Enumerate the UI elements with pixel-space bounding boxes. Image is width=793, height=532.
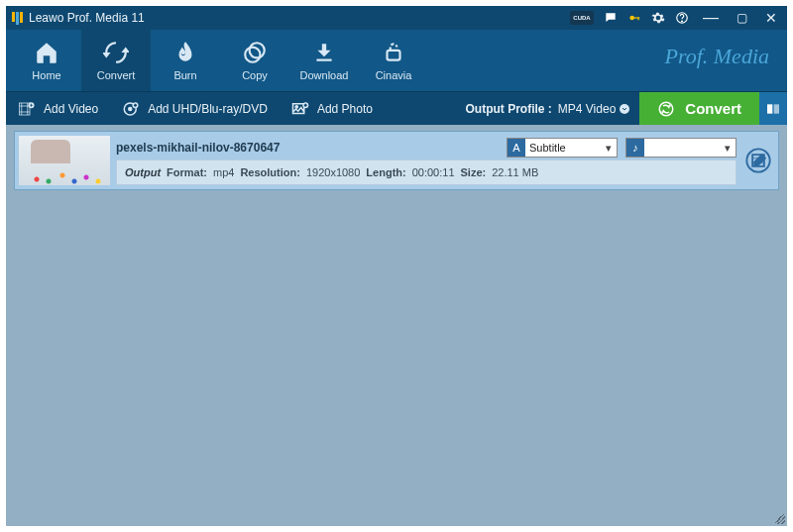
filename-label: pexels-mikhail-nilov-8670647 — [116, 141, 499, 155]
tab-burn[interactable]: Burn — [151, 30, 220, 91]
svg-rect-18 — [767, 104, 772, 113]
add-disc-button[interactable]: Add UHD/Blu-ray/DVD — [110, 92, 280, 125]
svg-rect-8 — [20, 103, 31, 115]
media-item[interactable]: pexels-mikhail-nilov-8670647 A Subtitle … — [14, 131, 779, 190]
tab-convert-label: Convert — [97, 69, 136, 81]
convert-button-label: Convert — [685, 100, 741, 117]
maximize-button[interactable]: ▢ — [733, 11, 751, 25]
help-icon[interactable] — [675, 11, 689, 25]
subtitle-value: Subtitle — [525, 142, 601, 154]
action-bar: Add Video Add UHD/Blu-ray/DVD Add Photo … — [6, 91, 787, 125]
photo-plus-icon — [291, 100, 309, 118]
resolution-label: Resolution: — [240, 166, 300, 178]
add-photo-label: Add Photo — [317, 102, 373, 116]
cuda-badge[interactable]: CUDA — [570, 11, 594, 25]
add-video-label: Add Video — [44, 102, 98, 116]
key-icon[interactable] — [627, 11, 641, 25]
add-disc-label: Add UHD/Blu-ray/DVD — [148, 102, 268, 116]
tab-home[interactable]: Home — [12, 30, 81, 91]
window-title: Leawo Prof. Media 11 — [29, 11, 145, 25]
svg-point-14 — [295, 105, 297, 107]
expand-panel-button[interactable] — [759, 92, 787, 125]
size-value: 22.11 MB — [492, 166, 538, 178]
svg-rect-7 — [388, 51, 400, 60]
tab-home-label: Home — [32, 69, 60, 81]
tab-cinavia-label: Cinavia — [376, 69, 412, 81]
subtitle-icon: A — [508, 139, 525, 157]
copy-icon — [242, 40, 268, 65]
disc-plus-icon — [122, 100, 140, 118]
tab-burn-label: Burn — [173, 69, 196, 81]
tab-download-label: Download — [300, 69, 349, 81]
format-value: mp4 — [213, 166, 234, 178]
item-info-bar: Output Format: mp4 Resolution: 1920x1080… — [116, 160, 736, 185]
output-profile-value: MP4 Video — [558, 102, 616, 116]
svg-point-17 — [660, 102, 674, 116]
convert-action-icon — [657, 100, 675, 118]
download-icon — [311, 40, 337, 65]
edit-icon — [744, 147, 772, 174]
convert-button[interactable]: Convert — [639, 92, 759, 125]
tab-download[interactable]: Download — [289, 30, 359, 91]
home-icon — [34, 40, 59, 65]
svg-point-6 — [250, 43, 265, 57]
item-body: pexels-mikhail-nilov-8670647 A Subtitle … — [116, 136, 736, 185]
app-logo-icon — [12, 12, 23, 25]
output-profile: Output Profile : MP4 Video — [466, 102, 640, 116]
size-label: Size: — [461, 166, 487, 178]
length-label: Length: — [366, 166, 405, 178]
panel-icon — [765, 101, 781, 117]
brand-logo: Prof. Media — [665, 44, 770, 69]
subtitle-selector[interactable]: A Subtitle ▾ — [507, 138, 618, 158]
output-profile-selector[interactable]: MP4 Video — [558, 102, 629, 116]
chat-icon[interactable] — [604, 11, 618, 25]
svg-point-0 — [629, 16, 634, 21]
length-value: 00:00:11 — [412, 166, 455, 178]
content-area: pexels-mikhail-nilov-8670647 A Subtitle … — [6, 125, 787, 526]
burn-icon — [172, 40, 198, 65]
resize-handle[interactable] — [775, 514, 785, 524]
output-profile-label: Output Profile : — [466, 102, 552, 116]
convert-icon — [103, 40, 129, 65]
title-bar: Leawo Prof. Media 11 CUDA — ▢ ✕ — [6, 6, 787, 30]
edit-button[interactable] — [742, 136, 774, 185]
chevron-down-icon — [620, 104, 629, 114]
app-window: Leawo Prof. Media 11 CUDA — ▢ ✕ Home Con… — [6, 6, 787, 526]
audio-selector[interactable]: ♪ ▾ — [625, 138, 736, 158]
cinavia-icon — [381, 40, 406, 65]
audio-icon: ♪ — [626, 139, 644, 157]
svg-rect-19 — [774, 104, 779, 113]
tab-cinavia[interactable]: Cinavia — [359, 30, 428, 91]
format-label: Format: — [167, 166, 207, 178]
svg-point-5 — [245, 48, 260, 62]
thumbnail[interactable] — [19, 136, 110, 185]
tab-copy-label: Copy — [242, 69, 268, 81]
close-button[interactable]: ✕ — [761, 10, 781, 26]
main-nav: Home Convert Burn Copy Download Cinavia … — [6, 30, 787, 91]
minimize-button[interactable]: — — [699, 9, 723, 27]
svg-point-4 — [682, 21, 683, 22]
output-label: Output — [125, 166, 161, 178]
film-plus-icon — [18, 100, 36, 118]
svg-point-16 — [620, 104, 629, 114]
chevron-down-icon: ▾ — [601, 142, 617, 155]
tab-copy[interactable]: Copy — [220, 30, 289, 91]
svg-point-11 — [129, 107, 132, 110]
add-photo-button[interactable]: Add Photo — [280, 92, 385, 125]
chevron-down-icon: ▾ — [720, 142, 736, 155]
tab-convert[interactable]: Convert — [81, 30, 151, 91]
settings-icon[interactable] — [651, 11, 665, 25]
add-video-button[interactable]: Add Video — [6, 92, 110, 125]
resolution-value: 1920x1080 — [306, 166, 360, 178]
svg-rect-2 — [638, 17, 639, 20]
